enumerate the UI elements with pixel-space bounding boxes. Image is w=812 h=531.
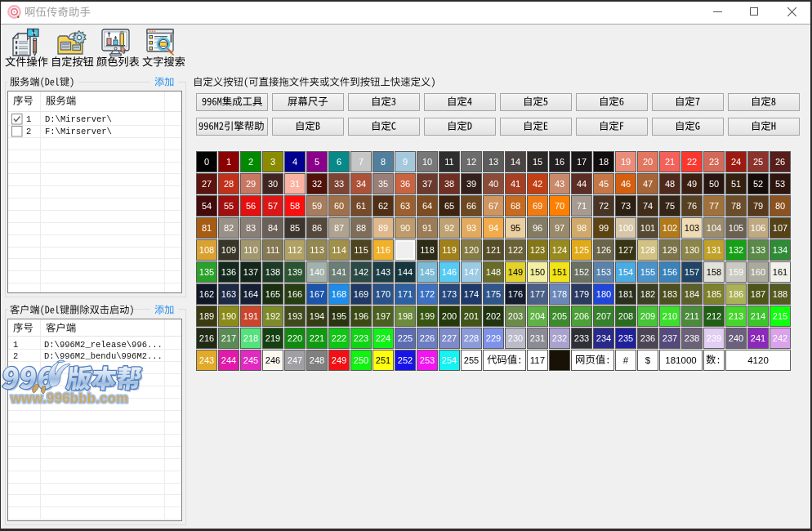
- svg-text:www.996bbb.com: www.996bbb.com: [10, 390, 128, 405]
